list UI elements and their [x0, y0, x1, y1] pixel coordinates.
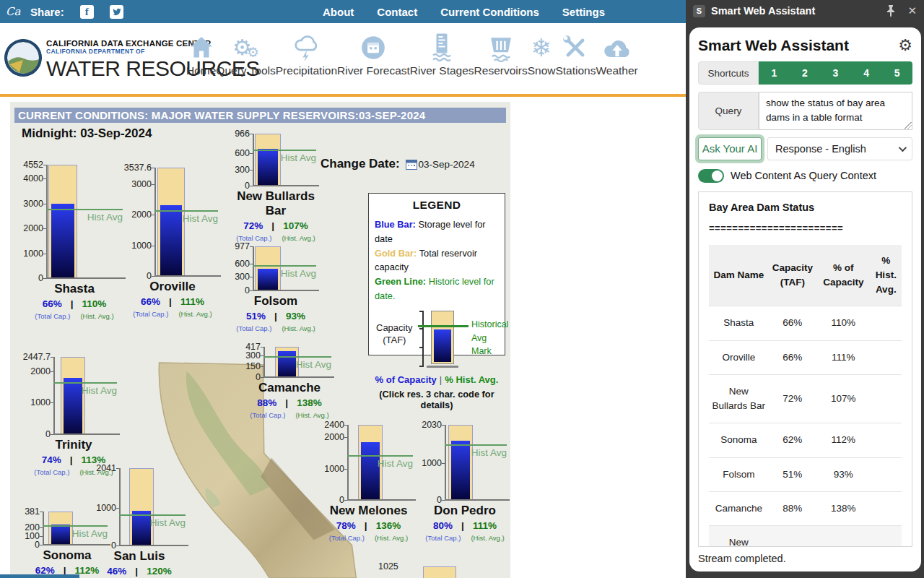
reservoir-name[interactable]: Trinity — [26, 438, 121, 452]
chart-partial-bottom: 1025 — [378, 559, 398, 572]
nav-item-home[interactable]: Home — [186, 30, 216, 78]
pin-icon[interactable] — [886, 5, 896, 17]
storm-cloud-icon — [292, 30, 321, 65]
link-contact[interactable]: Contact — [377, 6, 417, 18]
web-content-context-toggle[interactable] — [698, 169, 724, 183]
query-input[interactable]: show the status of bay area dams in a ta… — [759, 92, 912, 130]
reservoir-name[interactable]: San Luis — [89, 549, 190, 564]
reservoir-name[interactable]: New Bullards Bar — [231, 189, 321, 218]
axis-tick-label: 1000 — [30, 397, 51, 407]
table-row: New Bullards Bar72%107% — [709, 374, 902, 423]
top-navigation-bar: Ca Share: f About Contact Current Condit… — [0, 0, 686, 23]
response-language-select[interactable]: Response - English — [767, 137, 912, 160]
response-heading: Bay Area Dam Status — [709, 202, 902, 213]
link-about[interactable]: About — [323, 6, 354, 18]
nav-item-river-forecast[interactable]: River Forecast — [337, 30, 410, 78]
twitter-icon[interactable] — [110, 5, 123, 19]
shortcut-2[interactable]: 2 — [790, 61, 821, 85]
storage-bar — [361, 442, 380, 499]
shortcut-3[interactable]: 3 — [820, 61, 851, 85]
ask-your-ai-button[interactable]: Ask Your AI — [698, 137, 762, 160]
nav-item-precipitation[interactable]: Precipitation — [276, 30, 337, 78]
storage-bar — [51, 204, 74, 277]
change-date-label: Change Date: — [321, 157, 400, 171]
table-header: % Hist. Avg. — [871, 245, 902, 306]
link-settings[interactable]: Settings — [562, 6, 605, 18]
axis-tick-label: 600 — [235, 148, 250, 158]
shortcut-4[interactable]: 4 — [851, 61, 882, 85]
axis-tick-label: 1000 — [96, 503, 116, 513]
response-separator: ======================= — [709, 223, 902, 233]
hist-avg-line — [154, 210, 218, 212]
top-links: About Contact Current Conditions Setting… — [323, 6, 686, 18]
reservoir-conditions-panel: CURRENT CONDITIONS: MAJOR WATER SUPPLY R… — [10, 102, 510, 578]
hist-avg-line — [445, 444, 507, 446]
nav-item-query-tools[interactable]: ⚙⚙ Query Tools — [216, 30, 275, 78]
axis-tick-label: 2000 — [23, 223, 43, 233]
reservoir-percents: 46%|120% — [89, 566, 190, 577]
table-header: Capacity (TAF) — [769, 245, 816, 306]
partial-top-tick: 1025 — [378, 561, 398, 571]
hist-avg-line — [46, 209, 123, 210]
partial-gold-bar — [423, 566, 456, 578]
calendar-circle-icon — [359, 30, 387, 65]
axis-tick-label: 2447.7 — [23, 352, 51, 362]
share-label: Share: — [30, 6, 64, 18]
textarea-resize-handle[interactable] — [905, 122, 912, 129]
storage-bar — [258, 269, 278, 290]
reservoir-captions: (Total Cap.)(Hist. Avg.) — [231, 324, 321, 332]
reservoir-name[interactable]: Shasta — [22, 282, 127, 296]
storage-bar — [278, 351, 296, 376]
ca-gov-logo[interactable]: Ca — [6, 5, 27, 18]
reservoir-name[interactable]: New Melones — [320, 504, 417, 518]
axis-tick-label: 977 — [235, 241, 250, 251]
reservoir-name[interactable]: Oroville — [123, 280, 222, 294]
nav-item-weather[interactable]: Weather — [596, 30, 637, 78]
dam-status-table: Dam NameCapacity (TAF)% of Capacity% His… — [709, 245, 902, 548]
reservoir-name[interactable]: Camanche — [243, 381, 336, 395]
storage-bar — [51, 525, 70, 544]
hist-avg-label: Hist Avg — [82, 385, 117, 396]
tools-icon — [561, 30, 590, 65]
reservoir-name[interactable]: Folsom — [231, 294, 321, 309]
hist-avg-label: Hist Avg — [183, 213, 218, 224]
hist-avg-label: Hist Avg — [281, 268, 316, 279]
gears-icon: ⚙⚙ — [232, 30, 259, 65]
toggle-label: Web Content As Query Context — [731, 170, 876, 181]
table-row: Folsom51%93% — [709, 457, 902, 491]
reservoir-percents: 66%|110% — [22, 298, 127, 309]
storage-bar — [451, 441, 470, 499]
storage-bar — [64, 378, 82, 434]
shortcuts-button[interactable]: Shortcuts — [698, 61, 759, 85]
hist-avg-line — [53, 382, 117, 384]
reservoir-name[interactable]: Don Pedro — [419, 504, 510, 518]
change-date-value[interactable]: 03-Sep-2024 — [419, 159, 475, 170]
axis-tick-label: 4000 — [23, 173, 43, 184]
chevron-down-icon — [899, 143, 907, 151]
axis-tick-label: 3000 — [23, 199, 43, 209]
link-current-conditions[interactable]: Current Conditions — [440, 6, 539, 18]
reservoir-percents: 88%|138% — [243, 397, 336, 408]
axis-tick-label: 2400 — [324, 420, 344, 430]
shortcut-1[interactable]: 1 — [759, 61, 790, 85]
nav-item-reservoirs[interactable]: Reservoirs — [474, 30, 528, 78]
table-row: Sonoma62%112% — [709, 423, 902, 457]
nav-item-snow[interactable]: ❄ Snow — [528, 30, 556, 78]
response-area[interactable]: Bay Area Dam Status ====================… — [698, 191, 912, 548]
close-icon[interactable]: ✕ — [907, 4, 917, 17]
legend-gold-bar-item: Gold Bar: Total reservoir capacity — [375, 246, 499, 275]
shortcut-5[interactable]: 5 — [881, 61, 912, 85]
site-header: CALIFORNIA DATA EXCHANGE CENTER CALIFORN… — [0, 23, 686, 94]
nav-item-stations[interactable]: Stations — [555, 30, 596, 78]
gear-icon[interactable]: ⚙ — [898, 36, 912, 54]
hist-avg-label: Hist Avg — [87, 212, 123, 223]
nav-item-river-stages[interactable]: River Stages — [410, 30, 474, 78]
axis-tick-label: 300 — [245, 350, 261, 361]
reservoir-captions: (Total Cap.)(Hist. Avg.) — [320, 534, 417, 542]
table-row: New Melones78%136% — [709, 526, 902, 548]
calendar-icon[interactable] — [406, 159, 417, 170]
midnight-date-label: Midnight: 03-Sep-2024 — [22, 126, 152, 141]
facebook-icon[interactable]: f — [80, 5, 94, 19]
table-header-row: Dam NameCapacity (TAF)% of Capacity% His… — [709, 245, 902, 306]
legend-diagram: Capacity(TAF) HistoricalAvg Mark — [375, 309, 499, 373]
